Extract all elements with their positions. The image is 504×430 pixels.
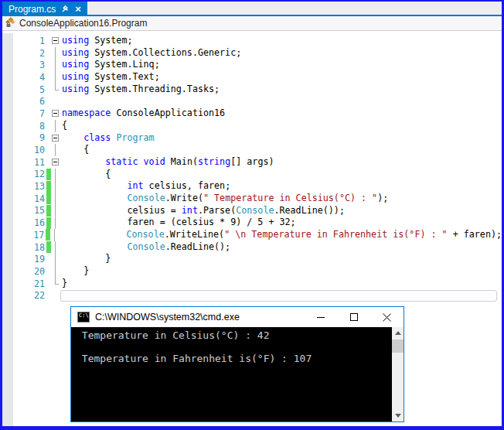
current-line-highlight: [60, 290, 497, 302]
code-token: }: [62, 278, 67, 288]
fold-collapse-icon[interactable]: [51, 108, 60, 120]
code-token: System.Threading.Tasks;: [89, 84, 220, 94]
code-token: static: [105, 156, 138, 167]
code-line[interactable]: 6: [2, 95, 502, 108]
line-number: 10: [2, 145, 45, 155]
code-token: Console: [127, 241, 165, 252]
fold-guide: [51, 217, 60, 229]
fold-guide: [51, 84, 60, 96]
code-token: int: [182, 205, 198, 216]
code-token: }: [62, 253, 111, 264]
code-text: using System.Collections.Generic;: [60, 47, 241, 60]
code-line[interactable]: 1using System;: [2, 35, 502, 47]
cmd-window-buttons: [304, 307, 404, 327]
line-number: 22: [2, 290, 45, 301]
code-line[interactable]: 2using System.Collections.Generic;: [2, 47, 502, 60]
navigation-bar[interactable]: ConsoleApplication16.Program: [2, 16, 502, 31]
code-text: Console.WriteLine(" \n Temperature in Fa…: [60, 229, 502, 241]
line-number: 21: [2, 278, 45, 289]
code-line[interactable]: 5using System.Threading.Tasks;: [2, 84, 502, 96]
code-token: );: [377, 193, 388, 203]
scroll-down-icon[interactable]: [392, 410, 404, 421]
code-text: static void Main(string[] args): [60, 156, 274, 169]
cmd-output-line: [76, 341, 404, 353]
code-line[interactable]: 4using System.Text;: [2, 71, 502, 84]
tab-strip: Program.cs ×: [2, 2, 502, 16]
cmd-titlebar[interactable]: C:\. C:\WINDOWS\system32\cmd.exe: [71, 307, 404, 327]
code-text: class Program: [60, 132, 155, 145]
code-line[interactable]: 21}: [2, 278, 502, 290]
code-line[interactable]: 13 int celsius, faren;: [2, 180, 502, 193]
close-tab-icon[interactable]: ×: [75, 4, 81, 14]
maximize-button[interactable]: [337, 307, 370, 327]
code-line[interactable]: 17 Console.WriteLine(" \n Temperature in…: [2, 229, 502, 241]
code-line[interactable]: 3using System.Linq;: [2, 59, 502, 71]
code-line[interactable]: 11 static void Main(string[] args): [2, 156, 502, 169]
code-token: System.Text;: [89, 71, 159, 82]
code-line[interactable]: 9 class Program: [2, 132, 502, 145]
code-token: Console: [126, 229, 164, 240]
cmd-scrollbar[interactable]: [392, 327, 404, 421]
class-icon: [5, 17, 16, 30]
code-text: int celsius, faren;: [60, 180, 230, 193]
code-token: [62, 193, 127, 203]
line-number: 5: [2, 84, 45, 95]
fold-guide: [51, 205, 60, 217]
scrollbar-thumb[interactable]: [392, 340, 404, 353]
code-token: {: [62, 169, 111, 179]
code-lines: 1using System;2using System.Collections.…: [2, 35, 502, 302]
cmd-output-area[interactable]: Temperature in Celsius(°C) : 42 Temperat…: [71, 327, 404, 421]
fold-guide: [51, 193, 60, 205]
fold-guide: [51, 144, 60, 156]
fold-collapse-icon[interactable]: [51, 35, 60, 47]
code-line[interactable]: 18 Console.ReadLine();: [2, 241, 502, 254]
cmd-window[interactable]: C:\. C:\WINDOWS\system32\cmd.exe Tempera…: [70, 306, 404, 422]
code-token: namespace: [62, 108, 111, 118]
line-number: 15: [2, 205, 45, 216]
code-token: using: [62, 59, 89, 70]
line-number: 14: [2, 193, 45, 204]
tab-program-cs[interactable]: Program.cs ×: [2, 2, 87, 16]
cmd-title: C:\WINDOWS\system32\cmd.exe: [95, 312, 240, 322]
vs-window-frame: Program.cs ×: [0, 0, 504, 430]
fold-guide: [51, 71, 60, 84]
code-line[interactable]: 19 }: [2, 253, 502, 265]
code-line[interactable]: 15 celsius = int.Parse(Console.ReadLine(…: [2, 205, 502, 217]
code-line[interactable]: 22: [2, 289, 502, 302]
pin-icon[interactable]: [61, 5, 70, 13]
code-line[interactable]: 14 Console.Write(" Temperature in Celsiu…: [2, 193, 502, 205]
fold-guide: [51, 120, 60, 132]
code-line[interactable]: 10 {: [2, 144, 502, 156]
line-number: 18: [2, 242, 45, 253]
code-text: using System;: [60, 35, 132, 47]
fold-collapse-icon[interactable]: [51, 156, 60, 169]
code-token: .WriteLine(: [165, 229, 224, 240]
code-token: [62, 156, 105, 167]
code-token: using: [62, 71, 89, 82]
code-line[interactable]: 12 {: [2, 169, 502, 181]
code-line[interactable]: 20 }: [2, 265, 502, 278]
minimize-button[interactable]: [304, 307, 337, 327]
code-line[interactable]: 8{: [2, 120, 502, 132]
line-number: 2: [2, 48, 45, 59]
code-token: [61, 229, 126, 240]
line-number: 4: [2, 72, 45, 83]
code-token: " Temperature in Celsius(°C) : ": [203, 193, 377, 203]
scroll-up-icon[interactable]: [392, 327, 404, 339]
code-line[interactable]: 7namespace ConsoleApplication16: [2, 108, 502, 120]
code-line[interactable]: 16 faren = (celsius * 9) / 5 + 32;: [2, 217, 502, 229]
tab-label: Program.cs: [9, 4, 56, 15]
fold-guide: [51, 95, 60, 108]
line-number: 17: [2, 230, 44, 241]
code-token: [] args): [230, 156, 274, 167]
cmd-output-line: Temperature in Fahrenheit is(°F) : 107: [76, 353, 404, 364]
code-text: }: [60, 278, 67, 290]
code-token: [62, 132, 83, 143]
line-number: 13: [2, 181, 45, 192]
line-number: 6: [2, 96, 45, 107]
close-button[interactable]: [370, 307, 404, 327]
fold-collapse-icon[interactable]: [51, 132, 60, 145]
fold-guide: [51, 289, 60, 302]
code-text: using System.Text;: [60, 71, 160, 84]
code-text: {: [60, 144, 89, 156]
